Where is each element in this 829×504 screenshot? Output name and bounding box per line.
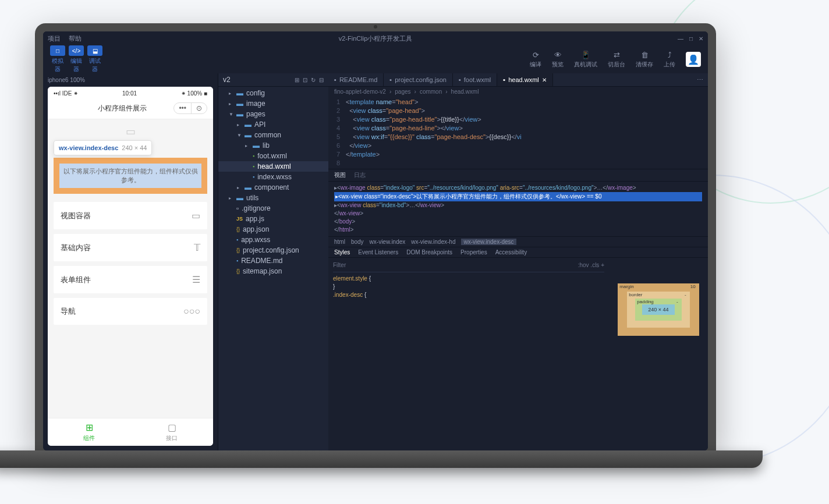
toolbar-action[interactable]: 🗑清缓存 <box>636 51 653 69</box>
breadcrumb[interactable]: fino-applet-demo-v2›pages›common›head.wx… <box>328 87 708 97</box>
menu-item[interactable]: 项目 <box>48 34 61 43</box>
devtools-subtab[interactable]: Properties <box>460 249 487 255</box>
toolbar: □ </> ⬓ 模拟器编辑器调试器 ⟳编译👁预览📱真机调试⇄切后台🗑清缓存⤴上传… <box>43 45 708 73</box>
inspect-tooltip: wx-view.index-desc 240 × 44 <box>54 140 152 155</box>
file-tree-item[interactable]: ▫.gitignore <box>218 203 328 214</box>
debugger-toggle[interactable]: ⬓ <box>87 45 102 56</box>
code-editor[interactable]: 1<template name="head">2 <view class="pa… <box>328 97 708 169</box>
editor-tab[interactable]: ▪head.wxml✕ <box>497 73 552 86</box>
toolbar-action[interactable]: ⤴上传 <box>664 51 675 69</box>
file-tree-item[interactable]: ▸▬lib <box>218 140 328 151</box>
page-title: 小程序组件展示 <box>71 104 173 113</box>
file-explorer: v2 ⊞⊡↻⊟ ▸▬config▸▬image▼▬pages▸▬API▼▬com… <box>218 73 328 450</box>
devtools-subtab[interactable]: Styles <box>334 249 350 255</box>
editor-tab[interactable]: ▪foot.wxml <box>453 73 497 86</box>
phone-simulator[interactable]: ••ıl IDE ⁕ 10:01 ⁕ 100% ■ 小程序组件展示 •••⊙ ▭… <box>48 87 213 446</box>
file-tree-item[interactable]: ▸▬utils <box>218 193 328 203</box>
toolbar-action[interactable]: ⇄切后台 <box>608 51 625 69</box>
file-tree-item[interactable]: {}sitemap.json <box>218 266 328 276</box>
list-item[interactable]: 导航○○○ <box>54 298 207 325</box>
list-item[interactable]: 表单组件☰ <box>54 266 207 293</box>
list-item[interactable]: 视图容器▭ <box>54 202 207 229</box>
editor-panel: ▪README.md▪project.config.json▪foot.wxml… <box>328 73 708 450</box>
toolbar-action[interactable]: 👁预览 <box>552 51 564 69</box>
tabbar-item[interactable]: ▢接口 <box>130 418 213 446</box>
file-tree-item[interactable]: {}app.json <box>218 224 328 235</box>
devtools-tab[interactable]: 日志 <box>354 171 366 179</box>
laptop-frame: 项目帮助 v2-FinClip小程序开发工具 —□✕ □ </> ⬓ 模拟器编辑… <box>35 23 716 468</box>
avatar[interactable]: 👤 <box>686 52 701 67</box>
list-item[interactable]: 基础内容𝕋 <box>54 234 207 261</box>
filter-actions[interactable]: :hov .cls + <box>578 261 604 269</box>
file-tree-item[interactable]: ▪foot.wxml <box>218 151 328 161</box>
file-tree-item[interactable]: {}project.config.json <box>218 245 328 255</box>
simulator-panel: iphone6 100% ••ıl IDE ⁕ 10:01 ⁕ 100% ■ 小… <box>43 73 218 450</box>
capsule-button[interactable]: •••⊙ <box>173 102 207 114</box>
editor-tab[interactable]: ▪project.config.json <box>384 73 453 86</box>
file-tree-item[interactable]: JSapp.js <box>218 214 328 224</box>
devtools: 视图日志 ▸<wx-image class="index-logo" src="… <box>328 169 708 361</box>
devtools-subtab[interactable]: Event Listeners <box>358 249 398 255</box>
dom-breadcrumb[interactable]: htmlbodywx-view.indexwx-view.index-hdwx-… <box>328 236 708 247</box>
file-tree-item[interactable]: ▼▬pages <box>218 109 328 119</box>
highlighted-element[interactable]: 以下将展示小程序官方组件能力，组件样式仅供参考。 <box>54 158 207 194</box>
titlebar: 项目帮助 v2-FinClip小程序开发工具 —□✕ <box>43 31 708 45</box>
phone-statusbar: ••ıl IDE ⁕ 10:01 ⁕ 100% ■ <box>48 87 213 100</box>
menu-item[interactable]: 帮助 <box>69 34 82 43</box>
file-tree-item[interactable]: ▪index.wxss <box>218 172 328 182</box>
file-tree-item[interactable]: ▪app.wxss <box>218 235 328 245</box>
file-tree-item[interactable]: ▪head.wxml <box>218 161 328 172</box>
file-tree-item[interactable]: ▸▬component <box>218 182 328 193</box>
box-model: margin10 border- padding- 240 × 44 <box>609 258 708 361</box>
tabbar-item[interactable]: ⊞组件 <box>48 418 130 446</box>
dom-inspector[interactable]: ▸<wx-image class="index-logo" src="../re… <box>328 182 708 236</box>
project-root: v2 <box>223 76 231 84</box>
window-title: v2-FinClip小程序开发工具 <box>339 34 413 43</box>
simulator-toggle[interactable]: □ <box>50 45 65 56</box>
camera-notch <box>374 25 377 29</box>
devtools-tab[interactable]: 视图 <box>334 171 346 179</box>
devtools-subtab[interactable]: Accessibility <box>495 249 527 255</box>
explorer-actions[interactable]: ⊞⊡↻⊟ <box>295 77 324 83</box>
tabs-more-icon[interactable]: ⋯ <box>692 76 708 84</box>
devtools-subtab[interactable]: DOM Breakpoints <box>406 249 452 255</box>
filter-input[interactable]: Filter <box>333 261 346 269</box>
file-tree-item[interactable]: ▸▬image <box>218 98 328 109</box>
file-tree-item[interactable]: ▪README.md <box>218 255 328 266</box>
window-controls[interactable]: —□✕ <box>678 36 703 42</box>
file-tree-item[interactable]: ▼▬common <box>218 130 328 140</box>
file-tree-item[interactable]: ▸▬API <box>218 119 328 130</box>
styles-panel[interactable]: Filter :hov .cls + element.style {}.inde… <box>328 258 609 361</box>
editor-tab[interactable]: ▪README.md <box>328 73 384 86</box>
device-label: iphone6 100% <box>48 76 213 87</box>
file-tree-item[interactable]: ▸▬config <box>218 88 328 98</box>
toolbar-action[interactable]: ⟳编译 <box>530 51 541 69</box>
editor-toggle[interactable]: </> <box>69 45 84 56</box>
laptop-base <box>0 450 763 468</box>
toolbar-action[interactable]: 📱真机调试 <box>574 51 597 69</box>
